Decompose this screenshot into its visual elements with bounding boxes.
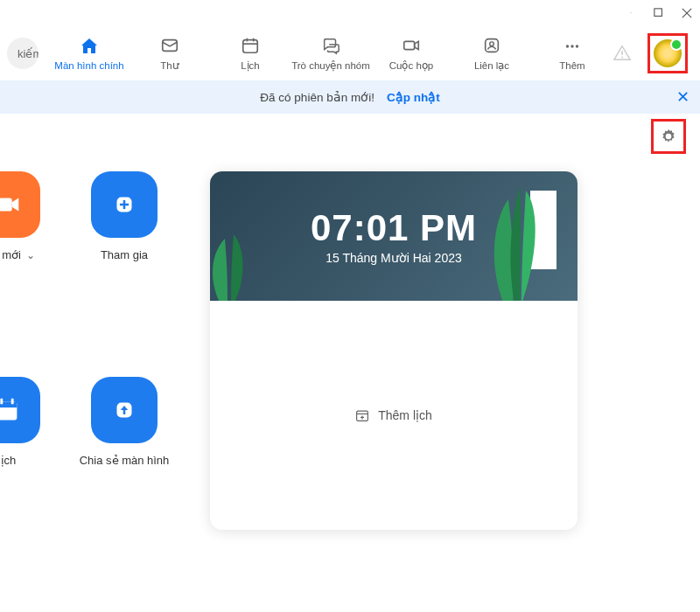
add-calendar-label: Thêm lịch [378, 408, 432, 422]
video-icon [401, 35, 422, 56]
svg-point-11 [570, 45, 573, 47]
nav-teamchat[interactable]: Trò chuyện nhóm [294, 35, 368, 72]
top-nav: kiếm Màn hình chính Thư Lịch Trò chuyện … [0, 26, 700, 80]
calendar-body: Thêm lịch [210, 301, 578, 530]
tile-label: họp mới [0, 248, 21, 261]
search-placeholder: kiếm [18, 47, 38, 60]
nav-more[interactable]: Thêm [536, 35, 609, 72]
minimize-button[interactable] [625, 7, 637, 19]
svg-point-14 [621, 57, 623, 59]
svg-rect-23 [11, 399, 14, 405]
calendar-card: 07:01 PM 15 Tháng Mười Hai 2023 Thêm lịc… [210, 171, 578, 530]
svg-rect-22 [0, 399, 3, 405]
svg-rect-7 [404, 41, 415, 49]
tile-label: lịch [0, 454, 16, 467]
nav-items: Màn hình chính Thư Lịch Trò chuyện nhóm … [52, 35, 609, 72]
svg-rect-18 [120, 204, 129, 206]
warning-icon[interactable] [612, 44, 632, 63]
avatar[interactable] [654, 39, 682, 67]
schedule-button[interactable]: 19 [0, 377, 40, 443]
plant-illustration [210, 234, 256, 301]
nav-right [612, 33, 688, 73]
home-icon [79, 36, 100, 57]
avatar-highlight [648, 33, 688, 73]
gear-icon[interactable] [660, 128, 677, 145]
close-icon[interactable]: ✕ [676, 87, 690, 107]
clock-panel: 07:01 PM 15 Tháng Mười Hai 2023 [210, 171, 578, 301]
svg-rect-1 [654, 9, 662, 17]
chevron-down-icon[interactable]: ⌄ [26, 249, 35, 261]
calendar-icon [240, 35, 261, 56]
nav-label: Màn hình chính [54, 60, 123, 71]
nav-calendar[interactable]: Lịch [214, 35, 287, 72]
close-button[interactable] [681, 7, 693, 19]
more-icon [562, 36, 583, 57]
nav-label: Liên lạc [474, 59, 509, 72]
svg-point-12 [576, 45, 578, 47]
clock-time: 07:01 PM [311, 207, 477, 249]
nav-label: Cuộc họp [389, 59, 433, 72]
nav-label: Trò chuyện nhóm [291, 59, 370, 72]
calendar-plus-icon [355, 408, 369, 422]
chat-icon [320, 35, 341, 56]
main-content: họp mới ⌄ Tham gia 19 lịch Chia sẻ màn h… [0, 154, 700, 539]
action-tiles: họp mới ⌄ Tham gia 19 lịch Chia sẻ màn h… [0, 171, 158, 530]
nav-home[interactable]: Màn hình chính [52, 35, 126, 72]
new-meeting-button[interactable] [0, 171, 40, 238]
svg-text:19: 19 [3, 408, 12, 418]
add-calendar-button[interactable]: Thêm lịch [355, 408, 432, 422]
svg-point-9 [490, 42, 494, 46]
window-controls [0, 0, 700, 26]
settings-highlight [651, 119, 686, 154]
nav-label: Thêm [559, 60, 584, 71]
svg-rect-3 [243, 40, 258, 53]
nav-contacts[interactable]: Liên lạc [455, 35, 528, 72]
svg-point-10 [566, 45, 569, 47]
mail-icon [159, 35, 180, 56]
clock-date: 15 Tháng Mười Hai 2023 [326, 251, 462, 265]
join-button[interactable] [91, 171, 158, 238]
nav-meetings[interactable]: Cuộc họp [374, 35, 448, 72]
plant-illustration [478, 182, 556, 301]
svg-rect-15 [0, 198, 12, 211]
nav-label: Lịch [241, 59, 260, 72]
update-banner: Đã có phiên bản mới! Cập nhật ✕ [0, 80, 700, 114]
nav-mail[interactable]: Thư [133, 35, 206, 72]
nav-label: Thư [160, 59, 178, 72]
update-message: Đã có phiên bản mới! [260, 90, 374, 104]
search-input[interactable]: kiếm [7, 38, 38, 69]
share-screen-button[interactable] [91, 377, 158, 443]
maximize-button[interactable] [653, 7, 665, 19]
tile-label: Chia sẻ màn hình [80, 454, 170, 467]
tile-label: Tham gia [101, 248, 148, 261]
update-action[interactable]: Cập nhật [387, 90, 440, 104]
contacts-icon [481, 35, 502, 56]
